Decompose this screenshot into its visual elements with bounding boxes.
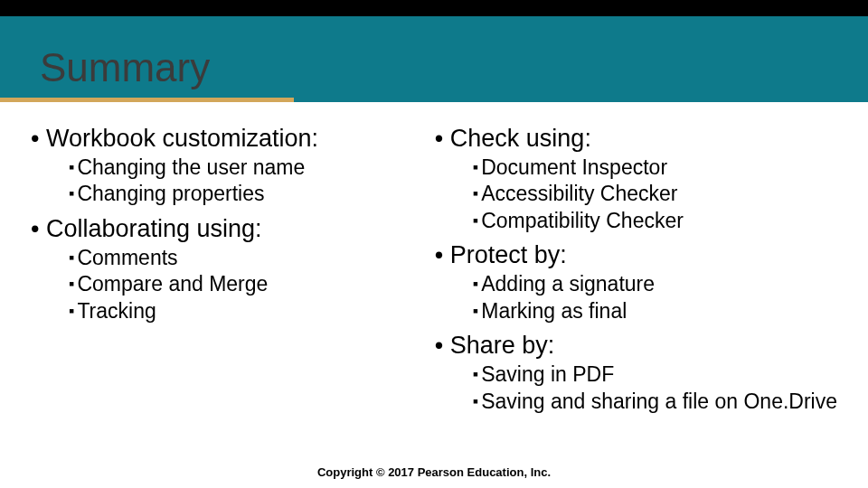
subitem: Accessibility Checker [473, 181, 859, 207]
right-column: Check using: Document Inspector Accessib… [435, 117, 859, 415]
bullet-collaborating: Collaborating using: [31, 215, 435, 243]
subitem: Document Inspector [473, 155, 859, 181]
underline-gold [0, 98, 294, 102]
subitem: Compare and Merge [69, 271, 435, 297]
bullet-workbook-customization: Workbook customization: [31, 125, 435, 153]
subitem: Changing properties [69, 181, 435, 207]
underline-teal [294, 98, 868, 102]
left-column: Workbook customization: Changing the use… [31, 117, 435, 415]
bullet-share-by: Share by: [435, 332, 859, 360]
subitem: Saving in PDF [473, 361, 859, 388]
header: Summary [0, 0, 868, 98]
subitem: Compatibility Checker [473, 208, 859, 234]
content: Workbook customization: Changing the use… [31, 117, 859, 415]
title-underline [0, 98, 868, 102]
subitem: Adding a signature [473, 271, 859, 297]
copyright: Copyright © 2017 Pearson Education, Inc. [0, 465, 868, 479]
subitem: Saving and sharing a file on One.Drive [473, 389, 859, 415]
bullet-protect-by: Protect by: [435, 241, 859, 269]
subitem: Changing the user name [69, 155, 435, 181]
top-black-bar [0, 0, 868, 16]
subitem: Marking as final [473, 298, 859, 324]
bullet-check-using: Check using: [435, 125, 859, 153]
subitem: Comments [69, 245, 435, 271]
slide: Summary Workbook customization: Changing… [0, 0, 868, 488]
subitem: Tracking [69, 298, 435, 324]
slide-title: Summary [40, 45, 210, 90]
